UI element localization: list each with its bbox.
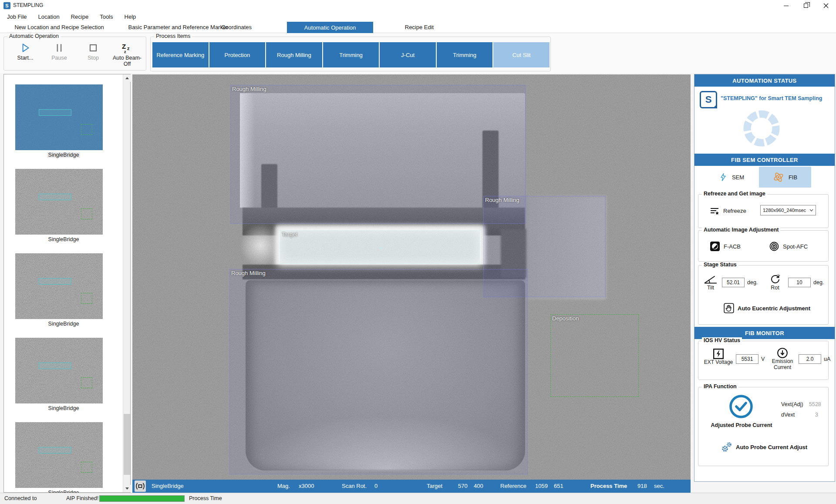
thumbnail[interactable]: [15, 338, 103, 403]
menu-help[interactable]: Help: [125, 13, 144, 20]
rotate-icon: [769, 273, 781, 285]
scrollbar-thumb[interactable]: [124, 414, 130, 475]
target-coord-y: 400: [474, 483, 483, 489]
reference-coord-x: 1059: [535, 483, 548, 489]
thumbnail[interactable]: [15, 169, 103, 235]
rough-milling-label: Rough Milling: [231, 270, 266, 276]
restore-button[interactable]: [796, 0, 816, 11]
tab-automatic-operation[interactable]: Automatic Operation: [287, 22, 373, 33]
menu-tools[interactable]: Tools: [100, 13, 121, 20]
process-step-protection[interactable]: Protection: [209, 42, 266, 67]
scroll-up-button[interactable]: [123, 74, 131, 82]
thumbnail-selected[interactable]: [15, 84, 103, 150]
auto-beam-off-button[interactable]: Zzz Auto Beam-Off: [110, 42, 144, 67]
sem-micrograph: Rough Milling Rough Milling Rough Millin…: [132, 74, 691, 480]
focus-rings-icon: [769, 241, 779, 252]
check-circle-icon: [729, 394, 753, 419]
process-step-reference-marking[interactable]: Reference Marking: [152, 42, 209, 67]
reference-coord-label: Reference: [500, 483, 526, 489]
ios-hv-status-group: IOS HV Status EXT Voltage 5531 V Emissio…: [698, 341, 829, 380]
app-window: S STEMPLING Job File Location Recipe Too…: [0, 0, 836, 504]
process-step-rough-milling[interactable]: Rough Milling: [266, 42, 322, 67]
ext-voltage-indicator: EXT Voltage: [703, 348, 734, 366]
title-bar: S STEMPLING: [0, 0, 836, 11]
ipa-function-group: IPA Function Adjusted Probe Current Vext…: [698, 387, 829, 466]
adjusted-probe-current-label: Adjusted Probe Current: [709, 422, 774, 428]
target-coord-label: Target: [427, 483, 442, 489]
tilt-label: Tilt: [707, 285, 714, 291]
chevron-up-icon: [125, 77, 129, 79]
tab-coordinates[interactable]: Coordinates: [208, 22, 265, 33]
sidebar-scrollbar[interactable]: [123, 74, 130, 492]
resolution-select[interactable]: 1280x960_240msec: [760, 205, 816, 215]
refreeze-button[interactable]: Refreeze: [709, 205, 746, 216]
start-button[interactable]: Start...: [8, 42, 42, 67]
emission-current-label: Emission Current: [768, 359, 797, 371]
target-marker: [39, 109, 71, 116]
process-step-trimming-2[interactable]: Trimming: [437, 42, 493, 67]
automatic-operation-group-title: Automatic Operation: [7, 33, 61, 39]
voltage-box-icon: [713, 348, 724, 360]
lightning-icon: [719, 172, 728, 182]
menu-job-file[interactable]: Job File: [7, 13, 35, 20]
process-time-label: Process Time: [590, 483, 627, 489]
tab-bar: New Location and Recipe Selection Basic …: [0, 22, 836, 33]
close-button[interactable]: [816, 0, 836, 11]
progress-fill: [100, 496, 184, 501]
ext-voltage-label: EXT Voltage: [704, 360, 733, 366]
tilt-unit: deg.: [747, 279, 758, 286]
rot-unit: deg.: [813, 279, 824, 286]
tilt-value-field[interactable]: 52.01: [722, 278, 745, 287]
menu-location[interactable]: Location: [38, 13, 67, 20]
hand-icon: [724, 303, 734, 313]
deposition-marker: [81, 293, 92, 304]
thumbnail-caption: SingleBridge: [4, 152, 123, 158]
process-steps-row: Reference Marking Protection Rough Milli…: [152, 42, 549, 67]
refreeze-group: Refreeze and Get image Refreeze 1280x960…: [698, 194, 829, 228]
chevron-down-icon: [809, 209, 813, 212]
tab-new-location[interactable]: New Location and Recipe Selection: [9, 22, 110, 33]
spot-afc-button[interactable]: Spot-AFC: [769, 241, 808, 252]
auto-probe-current-adjust-button[interactable]: Auto Probe Current Adjust: [721, 441, 807, 453]
app-logo-icon: S: [3, 2, 10, 9]
stempling-logo-icon: S: [700, 91, 717, 108]
svg-text:z: z: [124, 50, 126, 54]
emission-current-field[interactable]: 2.0: [799, 354, 821, 364]
thumbnail[interactable]: [15, 253, 103, 319]
image-adjustment-group-title: Automatic Image Adjustment: [702, 227, 780, 233]
refreeze-icon: [709, 205, 720, 216]
close-icon: [823, 3, 829, 8]
automation-status-header: AUTOMATION STATUS: [694, 74, 835, 87]
process-step-cut-slit[interactable]: Cut Slit: [493, 42, 549, 67]
deposition-marker: [81, 208, 92, 220]
toolbar: Automatic Operation Start... Pause Stop …: [0, 33, 836, 73]
scan-view-icon[interactable]: [135, 480, 146, 492]
facb-label: F-ACB: [724, 243, 741, 250]
target-region: Target: [280, 230, 480, 264]
sem-beam-button[interactable]: SEM: [706, 167, 757, 188]
ext-voltage-field[interactable]: 5531: [736, 354, 758, 364]
contrast-icon: [710, 241, 720, 252]
thumbnail[interactable]: [15, 422, 103, 488]
tab-recipe-edit[interactable]: Recipe Edit: [383, 22, 455, 33]
vext-adj-label: Vext(Adj): [781, 401, 803, 407]
facb-button[interactable]: F-ACB: [710, 241, 741, 252]
thumbnail-caption: SingleBridge: [4, 405, 123, 411]
sem-label: SEM: [732, 174, 744, 181]
deposition-marker: [81, 462, 92, 473]
fib-image-viewer[interactable]: Rough Milling Rough Milling Rough Millin…: [132, 74, 691, 493]
stop-button[interactable]: Stop: [76, 42, 110, 67]
pause-button[interactable]: Pause: [42, 42, 76, 67]
menu-recipe[interactable]: Recipe: [71, 13, 96, 20]
thumbnail-caption: SingleBridge: [4, 236, 123, 242]
scan-rot-label: Scan Rot.: [342, 483, 367, 489]
auto-eucentric-button[interactable]: Auto Eucentric Adjustment: [724, 303, 810, 313]
scroll-down-button[interactable]: [123, 485, 131, 492]
chevron-down-icon: [125, 487, 129, 490]
process-step-j-cut[interactable]: J-Cut: [380, 42, 436, 67]
process-step-trimming-1[interactable]: Trimming: [323, 42, 379, 67]
target-label: Target: [282, 231, 297, 238]
fib-beam-button[interactable]: FIB: [759, 167, 811, 188]
rot-value-field[interactable]: 10: [788, 278, 811, 287]
minimize-button[interactable]: [776, 0, 796, 11]
